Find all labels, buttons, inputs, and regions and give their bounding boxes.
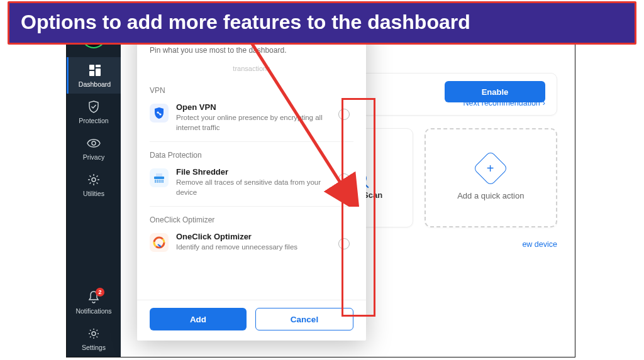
option-name: File Shredder: [176, 167, 331, 177]
plus-diamond-icon: +: [473, 150, 509, 186]
option-radio-oneclick-optimizer[interactable]: [338, 238, 350, 249]
svg-point-4: [92, 141, 96, 145]
sidebar: Dashboard Protection Privacy Utilities: [67, 17, 121, 357]
svg-rect-0: [89, 65, 94, 70]
sidebar-item-protection[interactable]: Protection: [67, 94, 121, 130]
vpn-shield-icon: [150, 104, 169, 123]
svg-rect-9: [154, 177, 164, 179]
svg-rect-2: [96, 68, 101, 76]
chevron-right-icon: ›: [543, 99, 545, 107]
sidebar-item-label: Dashboard: [79, 80, 111, 88]
tile-add-quick-action[interactable]: + Add a quick action: [425, 128, 557, 227]
sidebar-item-utilities[interactable]: Utilities: [67, 166, 121, 203]
sidebar-item-label: Settings: [82, 344, 106, 351]
sidebar-item-dashboard[interactable]: Dashboard: [67, 57, 121, 94]
section-label-vpn: VPN: [150, 86, 353, 95]
option-desc: Protect your online presence by encrypti…: [176, 113, 331, 133]
option-desc: Identify and remove unnecessary files: [176, 243, 331, 253]
next-recommendation-label: Next recommendation: [464, 99, 540, 107]
sidebar-item-privacy[interactable]: Privacy: [67, 130, 121, 166]
section-label-data-protection: Data Protection: [150, 151, 353, 160]
svg-point-5: [92, 178, 96, 182]
dashboard-icon: [88, 63, 102, 77]
svg-point-6: [92, 332, 96, 335]
shredder-icon: [150, 168, 169, 187]
svg-rect-3: [89, 71, 94, 76]
sidebar-item-label: Protection: [79, 117, 108, 124]
notification-badge: 2: [96, 288, 104, 297]
gear-icon: [87, 173, 101, 187]
section-label-oneclick: OneClick Optimizer: [150, 215, 353, 224]
option-desc: Remove all traces of sensitive data from…: [176, 178, 331, 197]
settings-icon: [87, 327, 101, 341]
modal-footer: Add Cancel: [137, 300, 366, 341]
bell-icon: 2: [87, 290, 101, 304]
quick-actions-modal: Quick actions Pin what you use most to t…: [137, 20, 366, 341]
option-name: OneClick Optimizer: [176, 232, 331, 241]
shield-icon: [87, 100, 101, 114]
option-row-open-vpn: Open VPN Protect your online presence by…: [150, 99, 353, 142]
sidebar-item-label: Privacy: [83, 153, 104, 161]
cancel-button[interactable]: Cancel: [255, 308, 353, 330]
modal-subtitle: Pin what you use most to the dashboard.: [150, 46, 353, 55]
tile-label: Add a quick action: [457, 191, 524, 200]
option-radio-file-shredder[interactable]: [338, 173, 350, 185]
option-name: Open VPN: [176, 102, 331, 112]
annotation-banner: Options to add more features to the dash…: [8, 1, 636, 45]
sidebar-item-settings[interactable]: Settings: [67, 320, 121, 357]
scrolled-text-fragment: transactions: [150, 62, 353, 77]
eye-icon: [87, 136, 101, 150]
option-radio-open-vpn[interactable]: [338, 109, 350, 120]
next-recommendation-link[interactable]: Next recommendation ›: [464, 99, 545, 107]
add-button[interactable]: Add: [150, 308, 247, 330]
sidebar-item-label: Utilities: [83, 190, 104, 197]
option-row-oneclick-optimizer: OneClick Optimizer Identify and remove u…: [150, 228, 353, 261]
sidebar-item-label: Notifications: [75, 307, 111, 315]
sidebar-item-notifications[interactable]: 2 Notifications: [67, 284, 121, 320]
svg-rect-1: [96, 65, 101, 67]
option-row-file-shredder: File Shredder Remove all traces of sensi…: [150, 163, 353, 207]
modal-body: transactions VPN Open VPN Protect your o…: [137, 58, 366, 300]
optimizer-icon: [150, 233, 169, 252]
new-device-link[interactable]: ew device: [522, 240, 557, 249]
